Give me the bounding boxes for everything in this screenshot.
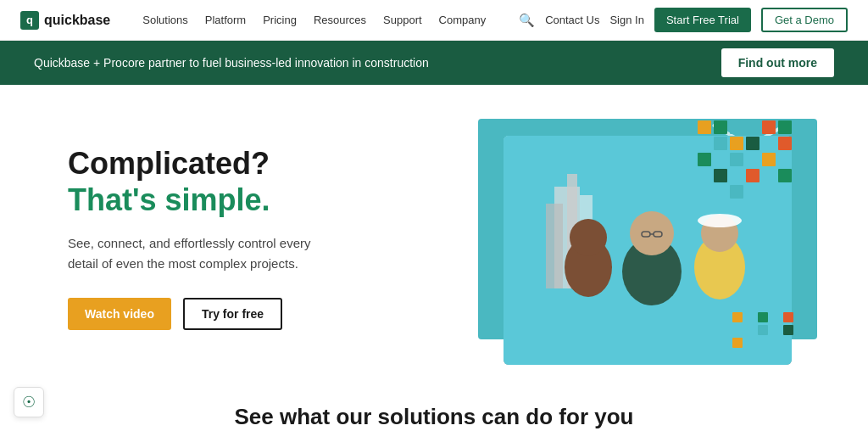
pixel-block: [778, 153, 792, 166]
pixel-block: [730, 137, 743, 150]
find-out-more-button[interactable]: Find out more: [721, 48, 834, 77]
nav-company[interactable]: Company: [431, 0, 495, 41]
hero-image-area: [424, 119, 817, 356]
pixel-block: [746, 120, 760, 134]
pixel-block: [746, 169, 760, 182]
get-demo-button[interactable]: Get a Demo: [761, 8, 848, 32]
shield-icon: ☉: [22, 393, 36, 411]
shield-badge[interactable]: ☉: [14, 387, 44, 417]
try-for-free-button[interactable]: Try for free: [183, 298, 282, 330]
pixel-block-small: [745, 312, 755, 322]
search-icon[interactable]: 🔍: [519, 13, 535, 28]
contact-us-link[interactable]: Contact Us: [545, 14, 599, 26]
hero-section: Complicated? That's simple. See, connect…: [0, 85, 868, 373]
pixel-block-small: [732, 312, 743, 322]
nav-solutions[interactable]: Solutions: [134, 0, 196, 41]
pixel-block: [762, 120, 776, 134]
announcement-banner: Quickbase + Procore partner to fuel busi…: [0, 41, 868, 85]
pixel-block-small: [771, 325, 781, 335]
logo-link[interactable]: q quickbase: [20, 11, 110, 30]
pixel-block: [730, 120, 743, 134]
pixel-block-small: [771, 312, 781, 322]
pixel-blocks-top: [698, 120, 792, 199]
solutions-title: See what our solutions can do for you: [68, 404, 800, 430]
pixel-block-small: [758, 312, 768, 322]
pixel-block: [762, 137, 776, 150]
pixel-block: [746, 137, 760, 150]
svg-point-8: [630, 211, 674, 255]
pixel-block: [698, 185, 711, 199]
nav-platform[interactable]: Platform: [197, 0, 254, 41]
banner-text: Quickbase + Procore partner to fuel busi…: [34, 56, 429, 70]
pixel-blocks-bottom: [732, 312, 800, 348]
nav-pricing[interactable]: Pricing: [254, 0, 305, 41]
pixel-block: [714, 185, 727, 199]
svg-point-11: [698, 214, 742, 227]
pixel-block: [698, 153, 711, 166]
nav-links: Solutions Platform Pricing Resources Sup…: [134, 0, 519, 41]
pixel-block: [698, 120, 711, 134]
pixel-block-small: [732, 325, 743, 335]
pixel-block: [762, 185, 776, 199]
pixel-block: [746, 153, 760, 166]
hero-title-plain: Complicated?: [68, 146, 270, 181]
pixel-block: [762, 153, 776, 166]
pixel-block: [714, 137, 727, 150]
hero-title-accent: That's simple.: [68, 182, 270, 217]
pixel-block: [778, 169, 792, 182]
watch-video-button[interactable]: Watch video: [68, 298, 171, 330]
pixel-block-small: [732, 338, 743, 348]
pixel-block: [762, 169, 776, 182]
pixel-block: [778, 137, 792, 150]
nav-right: 🔍 Contact Us Sign In Start Free Trial Ge…: [519, 8, 848, 32]
pixel-block: [714, 120, 727, 134]
solutions-section: See what our solutions can do for you Fi…: [0, 373, 868, 431]
navigation: q quickbase Solutions Platform Pricing R…: [0, 0, 868, 41]
pixel-block: [730, 153, 743, 166]
logo-icon: q: [20, 11, 39, 30]
pixel-block: [778, 185, 792, 199]
nav-support[interactable]: Support: [375, 0, 431, 41]
hero-title: Complicated? That's simple.: [68, 145, 424, 218]
start-trial-button[interactable]: Start Free Trial: [654, 8, 751, 32]
pixel-block-small: [758, 325, 768, 335]
logo-text: quickbase: [44, 13, 110, 28]
pixel-block: [698, 169, 711, 182]
pixel-block: [714, 169, 727, 182]
pixel-block: [698, 137, 711, 150]
hero-description: See, connect, and effortlessly control e…: [68, 233, 339, 274]
pixel-block-small: [783, 325, 793, 335]
svg-rect-3: [546, 204, 563, 288]
svg-point-6: [570, 219, 607, 256]
pixel-block-small: [745, 325, 755, 335]
pixel-block: [730, 185, 743, 199]
pixel-block: [746, 185, 760, 199]
hero-content: Complicated? That's simple. See, connect…: [68, 145, 424, 330]
nav-resources[interactable]: Resources: [305, 0, 375, 41]
pixel-block-small: [745, 338, 755, 348]
hero-buttons: Watch video Try for free: [68, 298, 424, 330]
pixel-block: [730, 169, 743, 182]
pixel-block: [778, 120, 792, 134]
pixel-block: [714, 153, 727, 166]
pixel-block-small: [783, 312, 793, 322]
sign-in-link[interactable]: Sign In: [609, 14, 643, 26]
